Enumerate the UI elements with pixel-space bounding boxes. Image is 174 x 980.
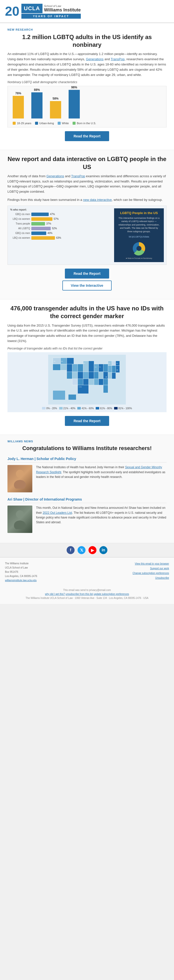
svg-text:31%: 31% (116, 363, 118, 364)
svg-rect-23 (89, 372, 94, 379)
footer-email[interactable]: williamsinstitute.law.ucla.edu (5, 578, 84, 582)
facebook-icon[interactable]: f (66, 546, 74, 554)
svg-rect-20 (72, 372, 78, 379)
link-generations-2[interactable]: Generations (46, 174, 64, 178)
svg-rect-21 (78, 372, 83, 379)
section-body-nonbinary: An estimated 11% of LGBTQ adults in the … (8, 51, 166, 77)
change-prefs-link[interactable]: Change subscription preferences (133, 572, 169, 574)
twitter-icon[interactable]: 𝕏 (78, 546, 85, 554)
nonbinary-section: NEW RESEARCH 1.2 million LGBTQ adults in… (0, 23, 174, 150)
section-body-interactive2: Findings from this study have been summa… (8, 197, 166, 203)
chart-legend: 18-29 years Urban-living White Born in t… (13, 122, 161, 125)
svg-rect-7 (61, 364, 67, 370)
section-label-new-research: NEW RESEARCH (8, 28, 166, 31)
link-transpop-2[interactable]: TransPop (71, 174, 85, 178)
svg-text:54%: 54% (54, 361, 56, 362)
h-bar-row-3: Trans people 37% (10, 222, 112, 226)
unsubscribe-link[interactable]: Unsubscribe (155, 576, 169, 579)
svg-rect-40 (78, 385, 89, 393)
researcher-jody: Jody L. Herman | Scholar of Public Polic… (8, 457, 166, 492)
svg-rect-35 (99, 379, 103, 385)
us-map-container: MI DE 54% 62% 45% 55% 78% 48% 31% TX 68%… (8, 352, 166, 412)
researcher-jody-name: Jody L. Herman | Scholar of Public Polic… (8, 457, 166, 463)
h-bar-row-4: All LGBTQ 52% (10, 227, 112, 230)
svg-rect-33 (89, 379, 94, 385)
researcher-ari: Ari Shaw | Director of International Pro… (8, 497, 166, 533)
svg-rect-31 (78, 379, 83, 385)
svg-rect-17 (112, 361, 116, 366)
svg-text:55%: 55% (95, 367, 97, 368)
link-out-leaders[interactable]: 2022 Out Leaders List (43, 511, 72, 514)
unsubscribe-bottom-link[interactable]: unsubscribe from this list (66, 593, 93, 595)
svg-rect-9 (72, 364, 78, 372)
legend-61-80: 61% - 80% (96, 407, 112, 410)
svg-rect-10 (78, 364, 83, 372)
years-number: 20 (5, 5, 19, 18)
svg-rect-26 (103, 372, 108, 379)
link-transpop[interactable]: TransPop (111, 57, 125, 61)
svg-rect-38 (112, 372, 116, 379)
svg-rect-24 (94, 372, 99, 379)
svg-rect-34 (94, 379, 99, 385)
svg-rect-19 (67, 372, 72, 379)
read-report-button-interactive[interactable]: Read the Report (65, 269, 109, 278)
section-title-interactive: New report and data interactive on LGBTQ… (8, 155, 166, 170)
link-data-interactive[interactable]: new data interactive (83, 198, 112, 202)
section-title-nonbinary: 1.2 million LGBTQ adults in the US ident… (8, 33, 166, 49)
map-overlay-link[interactable]: bit.ly/LGBTQUSdata (117, 235, 161, 239)
transgender-section: 476,000 transgender adults in the US hav… (0, 299, 174, 435)
svg-rect-36 (103, 379, 108, 385)
svg-rect-29 (116, 366, 120, 372)
footer-bottom-line1: This email was send to privacy@email.com (5, 588, 169, 592)
legend-urban: Urban-living (35, 122, 54, 125)
update-prefs-link[interactable]: update subscription preferences (94, 593, 129, 595)
svg-rect-22 (83, 372, 89, 379)
support-link[interactable]: Support our work (150, 567, 169, 570)
footer-box: Box 951476 (5, 570, 84, 574)
svg-rect-37 (108, 372, 112, 379)
chart-label-transgender: Percentage of transgender adults with no… (8, 347, 166, 350)
footer-bottom: This email was send to privacy@email.com… (0, 586, 174, 604)
read-report-button-transgender[interactable]: Read the Report (65, 416, 109, 426)
cta-container-transgender: Read the Report (8, 416, 166, 426)
youtube-icon[interactable]: ▶ (89, 546, 96, 554)
link-generations[interactable]: Generations (86, 57, 104, 61)
svg-rect-13 (94, 364, 99, 372)
interactive-section: New report and data interactive on LGBTQ… (0, 150, 174, 299)
footer-address: The Williams Institute UCLA School of La… (5, 561, 84, 582)
section-body-interactive1: Another study of data from Generations a… (8, 174, 166, 194)
map-overlay-title: LGBTQ People in the US (117, 211, 161, 215)
why-link[interactable]: why did I get this? (45, 593, 65, 595)
map-overlay-text: This interactive summarizes findings on … (117, 216, 161, 234)
section-body-transgender: Using data from the 2015 U.S. Transgende… (8, 323, 166, 344)
map-inner: % who report: GBQ cis men 47% LBQ cis wo… (8, 206, 166, 265)
svg-rect-6 (53, 364, 61, 370)
svg-rect-39 (103, 385, 108, 393)
view-browser-link[interactable]: View this email in your browser (135, 562, 169, 565)
social-bar: f 𝕏 ▶ in (0, 543, 174, 557)
williams-news-section: WILLIAMS NEWS Congratulations to William… (0, 435, 174, 543)
svg-rect-32 (83, 379, 89, 385)
bar-18-29: 76% (13, 92, 24, 118)
read-report-button-nonbinary[interactable]: Read the Report (65, 131, 109, 141)
legend-41-60: 41% - 60% (77, 407, 94, 410)
view-interactive-button[interactable]: View the Interactive (62, 280, 112, 291)
svg-point-1 (136, 246, 141, 251)
bar-urban: 88% (31, 88, 43, 118)
svg-point-54 (14, 480, 26, 488)
cta-container-nonbinary: Read the Report (8, 131, 166, 141)
footer-bottom-line3: The Williams Institute UCLA School of La… (5, 596, 169, 600)
linkedin-icon[interactable]: in (100, 546, 108, 554)
link-nih-spotlight[interactable]: Sexual and Gender Minority Research Spot… (36, 466, 162, 474)
footer-city: Los Angeles, CA 90095-1476 (5, 574, 84, 578)
legend-white: White (58, 122, 69, 125)
researcher-jody-photo (8, 465, 32, 492)
footer-links: View this email in your browser Support … (90, 561, 169, 582)
footer: The Williams Institute UCLA School of La… (0, 557, 174, 586)
map-horizontal-bars: % who report: GBQ cis men 47% LBQ cis wo… (10, 208, 112, 262)
nonbinary-bar-chart: 76% 88% 58% 96% (8, 86, 166, 127)
news-title: Congratulations to Williams Institute re… (8, 445, 166, 452)
cta-container-interactive: Read the Report View the Interactive (8, 269, 166, 291)
svg-rect-25 (99, 372, 103, 379)
svg-text:DE: DE (117, 369, 118, 371)
